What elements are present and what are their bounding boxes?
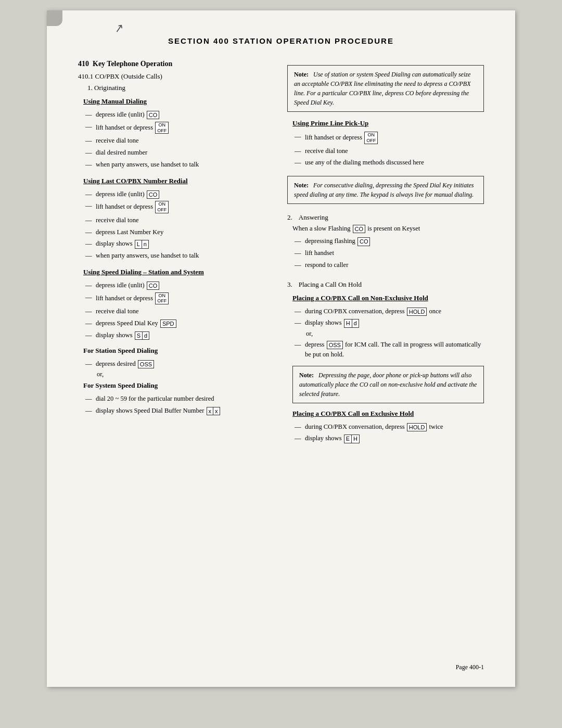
list-item: depress idle (unlit) CO [83, 188, 275, 200]
last-co-title: Using Last CO/PBX Number Redial [83, 177, 275, 185]
prime-line-list: lift handset or depress ONOFF receive di… [292, 131, 484, 169]
station-speed-title: For Station Speed Dialing [83, 347, 275, 355]
subsection-title: 410.1 CO/PBX (Outside Calls) [78, 72, 275, 81]
hold-key2: HOLD [407, 423, 427, 431]
manual-dialing-title: Using Manual Dialing [83, 97, 275, 106]
list-item: lift handset or depress ONOFF [83, 121, 275, 135]
list-item: lift handset or depress ONOFF [292, 131, 484, 145]
system-speed-title: For System Speed Dialing [83, 381, 275, 390]
on-off-key: ONOFF [155, 122, 169, 134]
list-item: receive dial tone [292, 145, 484, 157]
list-item: during CO/PBX conversation, depress HOLD… [292, 305, 484, 317]
ln-display: L n [135, 240, 149, 248]
list-item: lift handset [292, 247, 484, 259]
section-410-title: 410 Key Telephone Operation [78, 60, 275, 68]
manual-dialing-list: depress idle (unlit) CO lift handset or … [83, 109, 275, 171]
sd-display: S d [135, 331, 149, 340]
hold-body: Placing a CO/PBX Call on Non-Exclusive H… [292, 294, 484, 445]
on-off-key4: ONOFF [364, 132, 378, 144]
spd-key: SPD [160, 320, 176, 328]
list-item: depress desired OSS [83, 358, 275, 370]
decorative-curve: ↗ [113, 21, 125, 36]
co-key3: CO [147, 282, 160, 290]
or-text2: or, [292, 330, 484, 338]
hd-display: H d [344, 319, 359, 327]
list-item: display shows S d [83, 329, 275, 341]
list-item: when party answers, use handset to talk [83, 159, 275, 171]
main-content: 410 Key Telephone Operation 410.1 CO/PBX… [78, 60, 484, 444]
page: ↗ SECTION 400 STATION OPERATION PROCEDUR… [47, 10, 515, 687]
list-item: display shows E H [292, 432, 484, 444]
speed-dialing-section: Using Speed Dialing – Station and System… [83, 268, 275, 417]
or-text1: or, [83, 371, 275, 378]
hold-key: HOLD [407, 308, 427, 316]
left-column: 410 Key Telephone Operation 410.1 CO/PBX… [78, 60, 275, 417]
right-column: Note: Use of station or system Speed Dia… [287, 60, 484, 444]
answering-label: Answering [299, 213, 328, 221]
list-item: depressing flashing CO [292, 235, 484, 247]
list-item: during CO/PBX conversation, depress HOLD… [292, 421, 484, 433]
page-header: SECTION 400 STATION OPERATION PROCEDURE [78, 36, 484, 45]
last-co-section: Using Last CO/PBX Number Redial depress … [83, 177, 275, 262]
list-item: depress OSS for ICM call. The call in pr… [292, 339, 484, 361]
speed-dialing-title: Using Speed Dialing – Station and System [83, 268, 275, 276]
note1-box: Note: Use of station or system Speed Dia… [287, 65, 484, 112]
note3-box: Note: Depressing the page, door phone or… [292, 366, 484, 403]
prime-line-title: Using Prime Line Pick-Up [292, 119, 484, 127]
hold-section: 3. Placing a Call On Hold Placing a CO/P… [287, 279, 484, 445]
list-item: receive dial tone [83, 305, 275, 317]
list-item: when party answers, use handset to talk [83, 250, 275, 262]
section-title: SECTION 400 STATION OPERATION PROCEDURE [78, 36, 484, 45]
hold-label: Placing a Call On Hold [299, 280, 362, 288]
co-key2: CO [147, 190, 160, 199]
answering-section: 2. Answering When a slow Flashing CO is … [287, 212, 484, 271]
xx-display: x x [207, 407, 220, 415]
list-item: lift handset or depress ONOFF [83, 291, 275, 306]
last-co-list: depress idle (unlit) CO lift handset or … [83, 188, 275, 262]
system-speed-list: dial 20 ~ 59 for the particular number d… [83, 393, 275, 417]
hold-number: 3. [287, 280, 292, 288]
oss-key2: OSS [327, 341, 343, 349]
manual-dialing-section: Using Manual Dialing depress idle (unlit… [83, 97, 275, 171]
on-off-key3: ONOFF [155, 292, 169, 305]
list-item: use any of the dialing methods discussed… [292, 157, 484, 169]
exclusive-list: during CO/PBX conversation, depress HOLD… [292, 421, 484, 445]
eh-display: E H [344, 435, 360, 443]
list-item: display shows L n [83, 238, 275, 250]
answering-number: 2. [287, 213, 292, 221]
when-text: When a slow Flashing CO is present on Ke… [292, 225, 484, 233]
list-item: receive dial tone [83, 214, 275, 226]
originating-label: 1. Originating [87, 84, 275, 92]
answering-list: depressing flashing CO lift handset resp… [292, 235, 484, 271]
list-item: receive dial tone [83, 135, 275, 147]
on-off-key2: ONOFF [155, 201, 169, 213]
list-item: dial desired number [83, 147, 275, 159]
co-flashing: CO [353, 225, 366, 233]
list-item: respond to caller [292, 259, 484, 271]
non-exclusive-list: during CO/PBX conversation, depress HOLD… [292, 305, 484, 329]
list-item: lift handset or depress ONOFF [83, 200, 275, 214]
list-item: dial 20 ~ 59 for the particular number d… [83, 393, 275, 405]
list-item: display shows H d [292, 317, 484, 329]
list-item: depress Speed Dial Key SPD [83, 317, 275, 329]
speed-dialing-list: depress idle (unlit) CO lift handset or … [83, 279, 275, 341]
non-exclusive-title: Placing a CO/PBX Call on Non-Exclusive H… [292, 294, 484, 302]
co-key-answer: CO [357, 237, 371, 246]
list-item: depress Last Number Key [83, 226, 275, 238]
exclusive-title: Placing a CO/PBX Call on Exclusive Hold [292, 410, 484, 418]
list-item: display shows Speed Dial Buffer Number x… [83, 405, 275, 417]
note2-box: Note: For consecutive dialing, depressin… [287, 176, 484, 204]
list-item: depress idle (unlit) CO [83, 279, 275, 291]
station-speed-list: depress desired OSS [83, 358, 275, 370]
answering-body: When a slow Flashing CO is present on Ke… [292, 225, 484, 271]
co-key: CO [147, 111, 160, 119]
non-exclusive-list2: depress OSS for ICM call. The call in pr… [292, 339, 484, 361]
oss-key: OSS [138, 360, 154, 368]
list-item: depress idle (unlit) CO [83, 109, 275, 121]
corner-fold [47, 10, 62, 26]
prime-line-section: Using Prime Line Pick-Up lift handset or… [292, 119, 484, 169]
page-number: Page 400-1 [456, 663, 484, 671]
